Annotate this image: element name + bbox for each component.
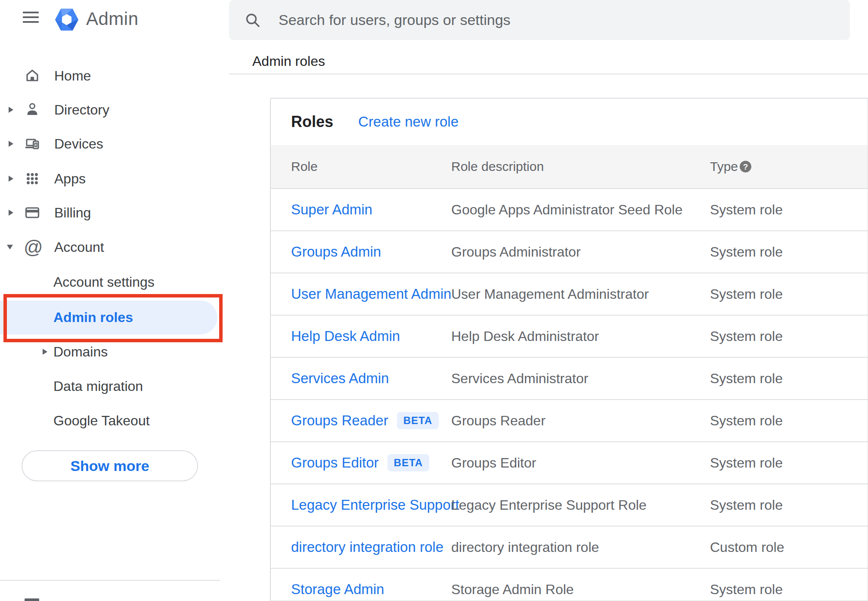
sidebar-item-home[interactable]: Home	[0, 59, 220, 93]
table-row: Groups Editor BETA Groups Editor System …	[271, 441, 868, 483]
column-header-role: Role	[291, 159, 318, 174]
role-type: System role	[710, 273, 783, 315]
help-icon[interactable]: ?	[740, 161, 751, 173]
role-link[interactable]: User Management Admin	[291, 273, 451, 315]
sidebar-item-label: Account	[54, 239, 104, 255]
admin-logo-icon	[55, 8, 78, 31]
search-icon	[244, 12, 261, 29]
beta-badge: BETA	[388, 454, 430, 471]
panel-title: Roles	[291, 113, 333, 131]
role-type: System role	[710, 442, 783, 483]
chevron-right-icon[interactable]	[9, 176, 13, 182]
devices-icon	[24, 135, 41, 152]
role-type: Custom role	[710, 527, 784, 568]
person-icon	[24, 101, 41, 118]
sidebar-item-admin-roles[interactable]: Admin roles	[0, 300, 220, 335]
role-link[interactable]: Storage Admin	[291, 569, 384, 601]
role-description: Legacy Enterprise Support Role	[451, 484, 647, 526]
chevron-right-icon[interactable]	[9, 107, 13, 113]
chevron-right-icon[interactable]	[43, 349, 47, 355]
sidebar-item-label: Home	[54, 68, 91, 84]
role-description: Storage Admin Role	[451, 569, 574, 601]
sidebar-bottom-divider	[0, 580, 220, 581]
role-link[interactable]: Groups Editor BETA	[291, 442, 429, 483]
role-description: Groups Reader	[451, 400, 546, 441]
table-row: Groups Admin Groups Administrator System…	[271, 230, 868, 273]
create-new-role-link[interactable]: Create new role	[358, 114, 459, 130]
credit-card-icon	[24, 204, 41, 221]
beta-badge: BETA	[397, 412, 439, 429]
role-description: User Management Administrator	[451, 273, 649, 315]
sidebar-item-devices[interactable]: Devices	[0, 127, 220, 161]
at-icon: @	[24, 239, 41, 256]
table-row: Storage Admin Storage Admin Role System …	[271, 568, 868, 601]
sidebar-item-label: Devices	[54, 136, 103, 152]
role-link[interactable]: Services Admin	[291, 358, 389, 399]
column-header-role-description: Role description	[451, 159, 544, 174]
hamburger-menu-icon[interactable]	[23, 12, 39, 24]
sidebar-item-account-settings[interactable]: Account settings	[0, 265, 220, 299]
role-link[interactable]: Groups Admin	[291, 231, 381, 273]
table-header-row: Role Role description Type ?	[271, 145, 868, 188]
sidebar-item-billing[interactable]: Billing	[0, 195, 220, 230]
role-description: Services Administrator	[451, 358, 588, 399]
apps-grid-icon	[24, 170, 41, 187]
role-link[interactable]: directory integration role	[291, 527, 443, 568]
sidebar-item-label: Data migration	[53, 378, 143, 394]
breadcrumb: Admin roles	[252, 53, 325, 69]
table-row: Help Desk Admin Help Desk Administrator …	[271, 315, 868, 357]
table-row: directory integration role directory int…	[271, 526, 868, 568]
table-row: User Management Admin User Management Ad…	[271, 273, 868, 315]
sidebar-item-google-takeout[interactable]: Google Takeout	[0, 403, 220, 438]
role-description: Groups Editor	[451, 442, 536, 483]
table-row: Services Admin Services Administrator Sy…	[271, 357, 868, 399]
role-link-label: Groups Editor	[291, 455, 379, 471]
table-row: Legacy Enterprise Support Legacy Enterpr…	[271, 483, 868, 526]
sidebar-item-label: Google Takeout	[53, 413, 150, 429]
sidebar-item-domains[interactable]: Domains	[0, 335, 220, 369]
column-header-type: Type	[710, 159, 738, 174]
chevron-down-icon[interactable]	[7, 245, 13, 250]
table-row: Groups Reader BETA Groups Reader System …	[271, 399, 868, 441]
role-description: Google Apps Administrator Seed Role	[451, 189, 682, 230]
sidebar-item-label: Domains	[53, 344, 108, 360]
admin-logo-text: Admin	[86, 9, 139, 29]
show-more-button[interactable]: Show more	[22, 450, 198, 481]
roles-panel: Roles Create new role Role Role descript…	[270, 98, 868, 601]
table-row: Super Admin Google Apps Administrator Se…	[271, 188, 868, 230]
sidebar-item-data-migration[interactable]: Data migration	[0, 369, 220, 403]
google-admin-console: Admin Home Directory	[0, 0, 868, 601]
sidebar-item-account[interactable]: @ Account	[0, 230, 220, 264]
sidebar-item-label: Apps	[54, 171, 86, 187]
role-type: System role	[710, 400, 783, 441]
role-type: System role	[710, 231, 783, 273]
role-description: directory integration role	[451, 527, 599, 568]
roles-panel-header: Roles Create new role	[271, 99, 868, 145]
chevron-right-icon[interactable]	[9, 210, 13, 216]
role-link[interactable]: Groups Reader BETA	[291, 400, 439, 441]
sidebar-item-label: Admin roles	[53, 310, 133, 325]
role-type: System role	[710, 358, 783, 399]
sidebar-item-label: Directory	[54, 102, 109, 118]
search-input[interactable]	[279, 12, 850, 28]
role-link-label: Groups Reader	[291, 412, 388, 429]
role-type: System role	[710, 484, 783, 526]
role-link[interactable]: Help Desk Admin	[291, 316, 400, 357]
sidebar-item-apps[interactable]: Apps	[0, 161, 220, 196]
role-link[interactable]: Super Admin	[291, 189, 372, 230]
role-type: System role	[710, 569, 783, 601]
sidebar-item-directory[interactable]: Directory	[0, 93, 220, 127]
sidebar-item-label: Account settings	[53, 274, 155, 290]
content-divider	[229, 74, 868, 74]
sidebar-item-label: Billing	[54, 205, 91, 221]
role-description: Groups Administrator	[451, 231, 581, 273]
role-type: System role	[710, 316, 783, 357]
search-bar[interactable]	[229, 0, 850, 40]
role-type: System role	[710, 189, 783, 230]
chevron-right-icon[interactable]	[9, 141, 13, 147]
partial-bottom-icon	[25, 598, 39, 601]
sidebar: Admin Home Directory	[0, 0, 220, 601]
home-icon	[24, 67, 41, 84]
role-description: Help Desk Administrator	[451, 316, 599, 357]
role-link[interactable]: Legacy Enterprise Support	[291, 484, 459, 526]
